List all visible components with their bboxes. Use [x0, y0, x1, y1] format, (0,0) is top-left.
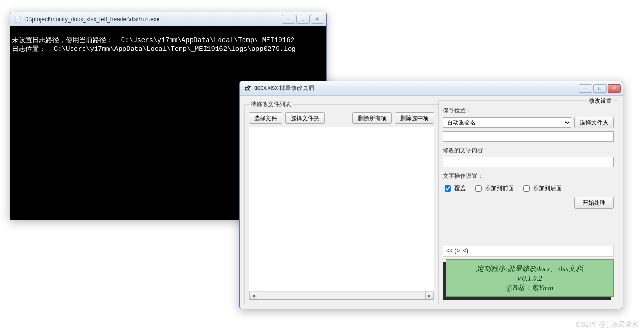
close-button[interactable]: ✕ — [311, 15, 324, 24]
start-button[interactable]: 开始处理 — [574, 197, 614, 209]
content-label: 修改的文字内容： — [443, 147, 614, 155]
file-list-group-title: 待修改文件列表 — [249, 100, 293, 109]
content-input[interactable] — [443, 157, 614, 167]
promo-banner: 定制程序:批量修改docx、xlsx文档 v 0.1.0.2 @B站：敏Ymm — [446, 259, 614, 297]
prepend-option[interactable]: 添加到前面 — [474, 184, 514, 193]
select-file-button[interactable]: 选择文件 — [249, 112, 282, 124]
save-mode-select[interactable]: 自动重命名 — [443, 117, 571, 128]
delete-selected-button[interactable]: 删除选中项 — [395, 112, 434, 124]
save-select-folder-button[interactable]: 选择文件夹 — [574, 117, 614, 128]
append-checkbox[interactable] — [523, 185, 530, 192]
console-title: D:\project\modify_docx_xlsx_left_header\… — [24, 16, 282, 23]
append-label: 添加到后面 — [533, 184, 562, 193]
minimize-button[interactable]: ─ — [282, 15, 295, 24]
console-titlebar[interactable]: 📄 D:\project\modify_docx_xlsx_left_heade… — [10, 12, 326, 26]
status-bar: << (>_<) — [443, 246, 614, 257]
settings-group-title: 修改设置 — [587, 97, 614, 105]
select-folder-button[interactable]: 选择文件夹 — [285, 112, 325, 124]
scroll-right-button[interactable]: ► — [425, 292, 434, 300]
maximize-button[interactable]: □ — [296, 15, 310, 24]
promo-line3: @B站：敏Ymm — [450, 283, 609, 293]
minimize-button[interactable]: ─ — [579, 84, 592, 93]
scroll-left-button[interactable]: ◄ — [249, 292, 257, 300]
promo-line1: 定制程序:批量修改docx、xlsx文档 — [450, 264, 609, 273]
maximize-button[interactable]: □ — [593, 84, 607, 93]
console-line: 日志位置： C:\Users\y17mm\AppData\Local\Temp\… — [12, 45, 296, 53]
prepend-label: 添加到前面 — [485, 184, 514, 193]
console-line: 未设置日志路径，使用当前路径： C:\Users\y17mm\AppData\L… — [12, 37, 294, 44]
overwrite-label: 覆盖 — [454, 184, 466, 193]
promo-line2: v 0.1.0.2 — [450, 273, 609, 283]
app-window: 改 docx/xlsx 批量修改页眉 ─ □ ✕ 待修改文件列表 选择文件 选择… — [239, 81, 623, 309]
app-icon: 改 — [243, 85, 251, 92]
close-button[interactable]: ✕ — [608, 84, 621, 93]
overwrite-checkbox[interactable] — [445, 185, 451, 192]
delete-all-button[interactable]: 删除所有项 — [352, 112, 392, 124]
file-list[interactable]: ◄ ► — [249, 127, 434, 300]
append-option[interactable]: 添加到后面 — [522, 184, 562, 193]
operation-label: 文字操作设置： — [443, 172, 614, 180]
console-app-icon: 📄 — [14, 15, 22, 23]
app-titlebar[interactable]: 改 docx/xlsx 批量修改页眉 ─ □ ✕ — [240, 81, 623, 96]
file-list-group: 待修改文件列表 选择文件 选择文件夹 删除所有项 删除选中项 ◄ ► — [244, 100, 438, 304]
save-location-label: 保存位置： — [443, 107, 614, 115]
watermark: CSDN @_清风来叙 — [575, 320, 639, 329]
settings-group: 修改设置 保存位置： 自动重命名 选择文件夹 修改的文字内容： 文字操作设置： … — [438, 100, 618, 304]
save-path-input[interactable] — [443, 131, 614, 142]
prepend-checkbox[interactable] — [475, 185, 482, 192]
app-title: docx/xlsx 批量修改页眉 — [254, 84, 579, 92]
overwrite-option[interactable]: 覆盖 — [443, 184, 466, 193]
horizontal-scrollbar[interactable]: ◄ ► — [249, 291, 434, 299]
